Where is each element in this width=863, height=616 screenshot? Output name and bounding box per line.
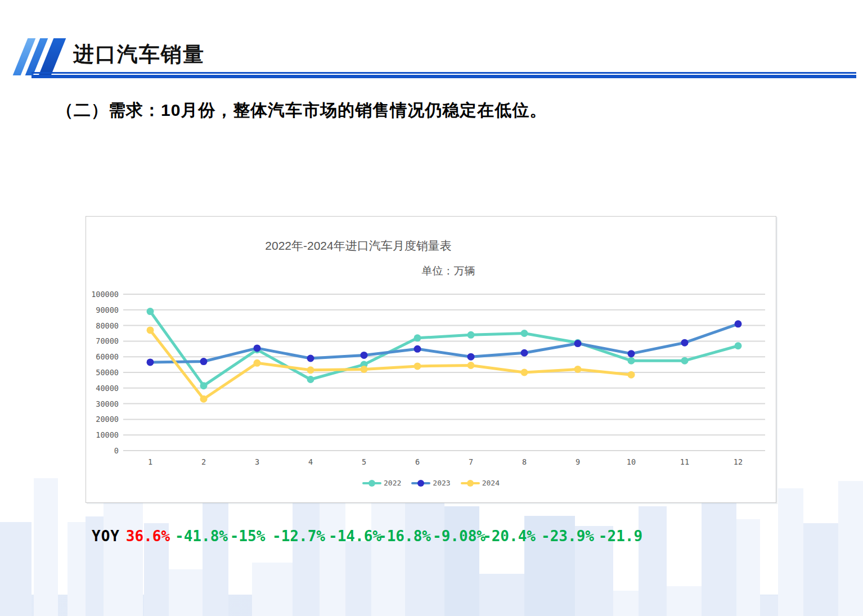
- skyline-bar: [252, 563, 293, 616]
- x-axis-tick: 5: [362, 457, 366, 466]
- legend-swatch-icon: [411, 480, 430, 487]
- data-point-2022: [521, 330, 528, 337]
- y-axis-tick: 30000: [96, 399, 119, 408]
- skyline-bar: [345, 541, 371, 616]
- chart-title: 2022年-2024年进口汽车月度销量表: [265, 238, 451, 254]
- chart-unit-label: 单位：万辆: [422, 264, 475, 278]
- skyline-bar: [405, 489, 444, 616]
- y-axis-tick: 70000: [96, 336, 119, 345]
- line-chart: 0100002000030000400005000060000700008000…: [86, 217, 777, 503]
- x-axis-tick: 4: [308, 457, 313, 466]
- skyline-bar: [613, 591, 639, 616]
- x-axis-tick: 12: [734, 457, 743, 466]
- data-point-2023: [628, 350, 635, 357]
- skyline-bar: [444, 506, 479, 616]
- x-axis-tick: 2: [201, 457, 206, 466]
- data-point-2022: [628, 357, 635, 365]
- data-point-2024: [468, 362, 475, 369]
- slide: 进口汽车销量 （二）需求：10月份，整体汽车市场的销售情况仍稳定在低位。 010…: [0, 0, 863, 616]
- data-point-2023: [254, 344, 261, 352]
- legend-swatch-icon: [461, 480, 480, 487]
- data-point-2024: [361, 366, 368, 373]
- legend-item-2022: 2022: [362, 479, 401, 487]
- y-axis-tick: 40000: [96, 384, 119, 393]
- x-axis-tick: 9: [576, 457, 580, 466]
- data-point-2023: [200, 358, 208, 365]
- x-axis-tick: 3: [255, 457, 259, 466]
- data-point-2022: [200, 382, 208, 389]
- skyline-bar: [639, 506, 667, 616]
- skyline-bar: [479, 574, 524, 616]
- legend-swatch-icon: [362, 480, 381, 487]
- y-axis-tick: 100000: [91, 290, 119, 299]
- section-heading: （二）需求：10月份，整体汽车市场的销售情况仍稳定在低位。: [56, 99, 547, 122]
- data-point-2024: [307, 366, 314, 374]
- data-point-2023: [574, 340, 582, 347]
- legend-item-2024: 2024: [461, 479, 500, 487]
- skyline-bar: [203, 495, 228, 616]
- x-axis-tick: 7: [469, 457, 473, 466]
- legend-label: 2024: [482, 479, 500, 487]
- y-axis-tick: 90000: [96, 305, 119, 314]
- data-point-2023: [735, 320, 742, 327]
- yoy-value: -20.4%: [475, 528, 543, 545]
- skyline-bar: [169, 569, 203, 616]
- chart-panel: 0100002000030000400005000060000700008000…: [86, 216, 776, 503]
- divider-thick-line: [32, 75, 856, 78]
- data-point-2023: [468, 353, 475, 361]
- data-point-2024: [628, 371, 635, 379]
- data-point-2023: [681, 339, 689, 347]
- yoy-value: -21.9: [587, 528, 654, 545]
- data-point-2023: [521, 349, 528, 357]
- x-axis-tick: 10: [627, 457, 636, 466]
- y-axis-tick: 50000: [96, 368, 119, 377]
- x-axis-tick: 8: [522, 457, 527, 466]
- data-point-2022: [681, 357, 689, 365]
- legend-label: 2022: [384, 479, 401, 487]
- data-point-2022: [735, 342, 742, 349]
- divider-thin-line: [32, 72, 856, 74]
- data-point-2023: [361, 352, 368, 359]
- data-point-2022: [468, 331, 475, 339]
- data-point-2022: [414, 334, 421, 341]
- data-point-2023: [147, 358, 154, 366]
- data-point-2022: [147, 308, 154, 315]
- data-point-2024: [414, 362, 421, 370]
- x-axis-tick: 1: [148, 457, 152, 466]
- y-axis-tick: 0: [114, 446, 119, 455]
- skyline-bar: [293, 489, 320, 616]
- y-axis-tick: 10000: [96, 430, 119, 439]
- legend-label: 2023: [433, 479, 450, 487]
- x-axis-tick: 6: [415, 457, 420, 466]
- data-point-2024: [254, 359, 261, 367]
- y-axis-tick: 80000: [96, 321, 119, 330]
- yoy-row: YOY 36.6%-41.8%-15%-12.7%-14.6%-16.8%-9.…: [0, 528, 863, 550]
- legend-item-2023: 2023: [411, 479, 450, 487]
- skyline-bar: [667, 586, 702, 616]
- skyline-bar: [778, 488, 803, 616]
- header-divider: [32, 72, 856, 78]
- y-axis-tick: 60000: [96, 352, 119, 361]
- data-point-2024: [574, 366, 582, 373]
- x-axis-tick: 11: [680, 457, 689, 466]
- data-point-2023: [414, 345, 421, 353]
- data-point-2022: [307, 376, 314, 383]
- data-point-2024: [521, 369, 528, 376]
- page-title: 进口汽车销量: [73, 41, 205, 69]
- y-axis-tick: 20000: [96, 415, 119, 424]
- data-point-2024: [147, 326, 154, 334]
- data-point-2024: [200, 395, 208, 403]
- chart-legend: 202220232024: [86, 479, 776, 487]
- header: 进口汽车销量: [0, 0, 863, 84]
- data-point-2023: [307, 354, 314, 362]
